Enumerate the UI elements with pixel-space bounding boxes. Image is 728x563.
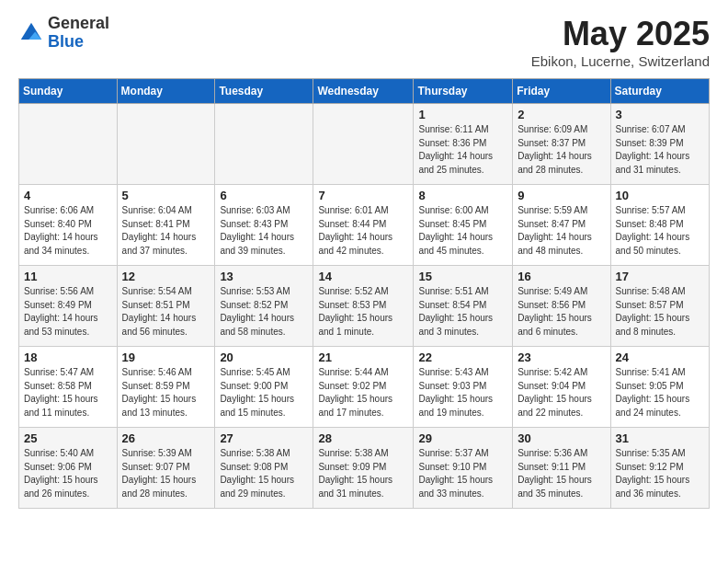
day-info: Sunrise: 5:59 AM Sunset: 8:47 PM Dayligh…: [518, 204, 605, 258]
logo-blue-text: Blue: [48, 33, 109, 52]
day-info: Sunrise: 6:03 AM Sunset: 8:43 PM Dayligh…: [220, 204, 308, 258]
day-info: Sunrise: 5:42 AM Sunset: 9:04 PM Dayligh…: [518, 366, 605, 419]
day-number: 19: [122, 350, 210, 364]
day-info: Sunrise: 5:52 AM Sunset: 8:53 PM Dayligh…: [318, 285, 408, 339]
calendar-cell: 12Sunrise: 5:54 AM Sunset: 8:51 PM Dayli…: [117, 266, 215, 347]
day-number: 27: [220, 431, 308, 445]
day-number: 9: [518, 189, 605, 202]
day-number: 30: [518, 431, 605, 445]
day-number: 21: [318, 350, 408, 364]
logo-general-text: General: [48, 15, 109, 33]
calendar-cell: 29Sunrise: 5:37 AM Sunset: 9:10 PM Dayli…: [414, 428, 513, 509]
day-info: Sunrise: 5:48 AM Sunset: 8:57 PM Dayligh…: [616, 285, 704, 339]
calendar-cell: 31Sunrise: 5:35 AM Sunset: 9:12 PM Dayli…: [610, 428, 709, 509]
calendar-cell: 24Sunrise: 5:41 AM Sunset: 9:05 PM Dayli…: [610, 347, 709, 428]
calendar-cell: 25Sunrise: 5:40 AM Sunset: 9:06 PM Dayli…: [19, 428, 118, 509]
day-info: Sunrise: 6:06 AM Sunset: 8:40 PM Dayligh…: [24, 204, 112, 258]
title-block: May 2025 Ebikon, Lucerne, Switzerland: [531, 15, 710, 69]
calendar-cell: 2Sunrise: 6:09 AM Sunset: 8:37 PM Daylig…: [513, 104, 610, 185]
calendar-cell: 10Sunrise: 5:57 AM Sunset: 8:48 PM Dayli…: [610, 185, 709, 266]
day-number: 7: [318, 189, 408, 202]
day-number: 24: [616, 350, 704, 364]
calendar-cell: 18Sunrise: 5:47 AM Sunset: 8:58 PM Dayli…: [19, 347, 118, 428]
day-number: 20: [220, 350, 308, 364]
day-info: Sunrise: 6:07 AM Sunset: 8:39 PM Dayligh…: [616, 123, 704, 177]
calendar-cell: 19Sunrise: 5:46 AM Sunset: 8:59 PM Dayli…: [117, 347, 215, 428]
calendar-cell: 27Sunrise: 5:38 AM Sunset: 9:08 PM Dayli…: [215, 428, 313, 509]
day-number: 11: [24, 270, 112, 283]
day-info: Sunrise: 6:00 AM Sunset: 8:45 PM Dayligh…: [418, 204, 507, 258]
calendar-cell: 5Sunrise: 6:04 AM Sunset: 8:41 PM Daylig…: [117, 185, 215, 266]
day-info: Sunrise: 5:38 AM Sunset: 9:08 PM Dayligh…: [220, 447, 308, 500]
calendar-cell: 16Sunrise: 5:49 AM Sunset: 8:56 PM Dayli…: [513, 266, 610, 347]
weekday-header-thursday: Thursday: [414, 79, 513, 104]
calendar-cell: 13Sunrise: 5:53 AM Sunset: 8:52 PM Dayli…: [215, 266, 313, 347]
calendar-body: 1Sunrise: 6:11 AM Sunset: 8:36 PM Daylig…: [19, 104, 710, 509]
calendar-cell: 7Sunrise: 6:01 AM Sunset: 8:44 PM Daylig…: [313, 185, 414, 266]
calendar-cell: 1Sunrise: 6:11 AM Sunset: 8:36 PM Daylig…: [414, 104, 513, 185]
page-header: General Blue May 2025 Ebikon, Lucerne, S…: [18, 15, 710, 69]
day-number: 31: [616, 431, 704, 445]
day-info: Sunrise: 5:35 AM Sunset: 9:12 PM Dayligh…: [616, 447, 704, 500]
day-number: 16: [518, 270, 605, 283]
day-info: Sunrise: 5:45 AM Sunset: 9:00 PM Dayligh…: [220, 366, 308, 419]
calendar-week-row: 11Sunrise: 5:56 AM Sunset: 8:49 PM Dayli…: [19, 266, 710, 347]
weekday-header-wednesday: Wednesday: [313, 79, 414, 104]
weekday-header-saturday: Saturday: [610, 79, 709, 104]
weekday-header-row: SundayMondayTuesdayWednesdayThursdayFrid…: [19, 79, 710, 104]
day-number: 14: [318, 270, 408, 283]
day-number: 23: [518, 350, 605, 364]
day-info: Sunrise: 5:41 AM Sunset: 9:05 PM Dayligh…: [616, 366, 704, 419]
weekday-header-sunday: Sunday: [19, 79, 118, 104]
logo: General Blue: [18, 15, 109, 52]
month-title: May 2025: [531, 15, 710, 53]
day-number: 17: [616, 270, 704, 283]
day-info: Sunrise: 5:53 AM Sunset: 8:52 PM Dayligh…: [220, 285, 308, 339]
day-number: 6: [220, 189, 308, 202]
day-info: Sunrise: 6:04 AM Sunset: 8:41 PM Dayligh…: [122, 204, 210, 258]
day-info: Sunrise: 5:47 AM Sunset: 8:58 PM Dayligh…: [24, 366, 112, 419]
day-info: Sunrise: 5:56 AM Sunset: 8:49 PM Dayligh…: [24, 285, 112, 339]
calendar-cell: 17Sunrise: 5:48 AM Sunset: 8:57 PM Dayli…: [610, 266, 709, 347]
day-info: Sunrise: 5:57 AM Sunset: 8:48 PM Dayligh…: [616, 204, 704, 258]
weekday-header-tuesday: Tuesday: [215, 79, 313, 104]
day-info: Sunrise: 5:44 AM Sunset: 9:02 PM Dayligh…: [318, 366, 408, 419]
calendar-cell: 14Sunrise: 5:52 AM Sunset: 8:53 PM Dayli…: [313, 266, 414, 347]
day-info: Sunrise: 6:09 AM Sunset: 8:37 PM Dayligh…: [518, 123, 605, 177]
calendar-cell: 11Sunrise: 5:56 AM Sunset: 8:49 PM Dayli…: [19, 266, 118, 347]
day-number: 10: [616, 189, 704, 202]
calendar-cell: 8Sunrise: 6:00 AM Sunset: 8:45 PM Daylig…: [414, 185, 513, 266]
day-number: 3: [616, 108, 704, 121]
day-number: 2: [518, 108, 605, 121]
calendar-week-row: 18Sunrise: 5:47 AM Sunset: 8:58 PM Dayli…: [19, 347, 710, 428]
day-number: 1: [418, 108, 507, 121]
calendar-cell: 28Sunrise: 5:38 AM Sunset: 9:09 PM Dayli…: [313, 428, 414, 509]
calendar-cell: 22Sunrise: 5:43 AM Sunset: 9:03 PM Dayli…: [414, 347, 513, 428]
calendar-cell: [215, 104, 313, 185]
day-number: 28: [318, 431, 408, 445]
calendar-cell: 6Sunrise: 6:03 AM Sunset: 8:43 PM Daylig…: [215, 185, 313, 266]
calendar-week-row: 1Sunrise: 6:11 AM Sunset: 8:36 PM Daylig…: [19, 104, 710, 185]
day-number: 15: [418, 270, 507, 283]
day-number: 25: [24, 431, 112, 445]
day-number: 12: [122, 270, 210, 283]
calendar-week-row: 25Sunrise: 5:40 AM Sunset: 9:06 PM Dayli…: [19, 428, 710, 509]
calendar-cell: 9Sunrise: 5:59 AM Sunset: 8:47 PM Daylig…: [513, 185, 610, 266]
day-info: Sunrise: 5:51 AM Sunset: 8:54 PM Dayligh…: [418, 285, 507, 339]
logo-icon: [18, 20, 44, 46]
calendar-cell: 3Sunrise: 6:07 AM Sunset: 8:39 PM Daylig…: [610, 104, 709, 185]
calendar-table: SundayMondayTuesdayWednesdayThursdayFrid…: [18, 78, 710, 509]
day-info: Sunrise: 5:40 AM Sunset: 9:06 PM Dayligh…: [24, 447, 112, 500]
day-info: Sunrise: 5:36 AM Sunset: 9:11 PM Dayligh…: [518, 447, 605, 500]
calendar-cell: [117, 104, 215, 185]
calendar-cell: 21Sunrise: 5:44 AM Sunset: 9:02 PM Dayli…: [313, 347, 414, 428]
calendar-cell: 15Sunrise: 5:51 AM Sunset: 8:54 PM Dayli…: [414, 266, 513, 347]
day-number: 22: [418, 350, 507, 364]
day-info: Sunrise: 5:39 AM Sunset: 9:07 PM Dayligh…: [122, 447, 210, 500]
calendar-cell: [19, 104, 118, 185]
calendar-cell: 20Sunrise: 5:45 AM Sunset: 9:00 PM Dayli…: [215, 347, 313, 428]
day-number: 29: [418, 431, 507, 445]
day-info: Sunrise: 6:11 AM Sunset: 8:36 PM Dayligh…: [418, 123, 507, 177]
calendar-cell: 30Sunrise: 5:36 AM Sunset: 9:11 PM Dayli…: [513, 428, 610, 509]
calendar-week-row: 4Sunrise: 6:06 AM Sunset: 8:40 PM Daylig…: [19, 185, 710, 266]
